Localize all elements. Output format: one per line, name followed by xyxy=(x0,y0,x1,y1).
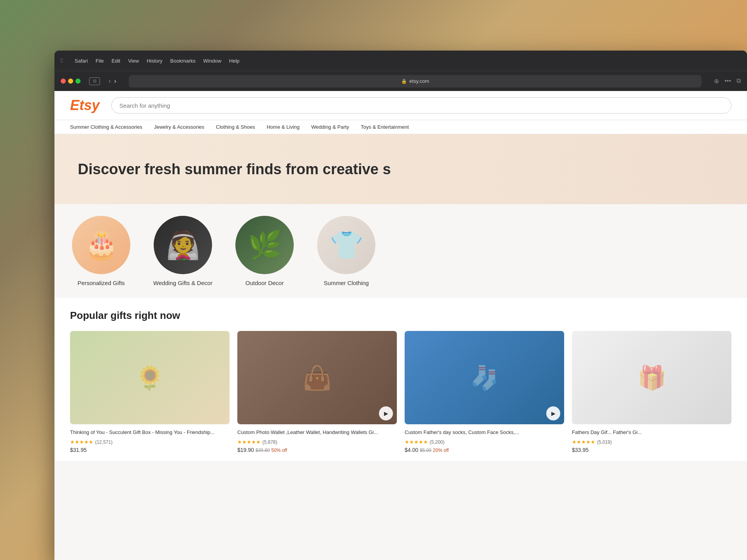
category-personalized-gifts[interactable]: 🎂 Personalized Gifts xyxy=(70,216,132,286)
nav-jewelry[interactable]: Jewelry & Accessories xyxy=(154,124,204,130)
apple-logo-icon:  xyxy=(61,57,63,64)
product-2-decoration: 👜 xyxy=(303,364,332,392)
menu-view[interactable]: View xyxy=(124,56,143,65)
product-3-reviews: (5,200) xyxy=(430,439,444,445)
nav-toys[interactable]: Toys & Entertainment xyxy=(361,124,409,130)
category-wedding-gifts[interactable]: 👰 Wedding Gifts & Decor xyxy=(152,216,214,286)
category-outdoor-image: 🌿 xyxy=(235,216,294,274)
menu-safari[interactable]: Safari xyxy=(71,56,92,65)
browser-content: Etsy Summer Clothing & Accessories Jewel… xyxy=(54,91,747,560)
category-personalized-image: 🎂 xyxy=(72,216,130,274)
product-3-current-price: $4.00 xyxy=(405,447,418,453)
product-1-rating: ★★★★★ (12,571) xyxy=(70,438,230,445)
product-card-4[interactable]: 🎁 Fathers Day Gif... Father's Gi... ★★★★… xyxy=(572,331,731,453)
shield-icon: ⊕ xyxy=(714,77,719,85)
product-2-price: $19.90 $39.80 50% off xyxy=(237,447,397,453)
product-4-reviews: (5,019) xyxy=(597,439,612,445)
etsy-logo[interactable]: Etsy xyxy=(70,97,100,114)
product-1-decoration: 🌻 xyxy=(135,364,165,392)
category-summer-label: Summer Clothing xyxy=(324,280,369,286)
products-grid: 🌻 Thinking of You - Succulent Gift Box -… xyxy=(70,331,731,453)
search-bar[interactable] xyxy=(111,97,731,114)
product-3-decoration: 🧦 xyxy=(470,364,499,392)
menu-window[interactable]: Window xyxy=(200,56,225,65)
address-bar[interactable]: 🔒 etsy.com xyxy=(129,75,701,88)
more-options-icon[interactable]: ••• xyxy=(724,77,731,85)
category-summer-image: 👕 xyxy=(317,216,375,274)
lock-icon: 🔒 xyxy=(401,79,407,84)
product-1-stars: ★★★★★ xyxy=(70,439,93,445)
product-4-rating: ★★★★★ (5,019) xyxy=(572,438,731,445)
product-1-name: Thinking of You - Succulent Gift Box - M… xyxy=(70,429,230,436)
nav-summer-clothing[interactable]: Summer Clothing & Accessories xyxy=(70,124,142,130)
forward-button[interactable]: › xyxy=(114,77,116,85)
nav-wedding-party[interactable]: Wedding & Party xyxy=(311,124,349,130)
etsy-navigation: Summer Clothing & Accessories Jewelry & … xyxy=(54,120,747,134)
category-outdoor-label: Outdoor Decor xyxy=(245,280,284,286)
product-card-1[interactable]: 🌻 Thinking of You - Succulent Gift Box -… xyxy=(70,331,230,453)
product-2-reviews: (5,878) xyxy=(262,439,277,445)
product-2-original-price: $39.80 xyxy=(256,448,270,453)
product-3-original-price: $5.00 xyxy=(420,448,431,453)
product-2-stars: ★★★★★ xyxy=(237,439,261,445)
popular-title: Popular gifts right now xyxy=(70,310,731,322)
play-button-3[interactable]: ▶ xyxy=(546,406,560,420)
category-outdoor-decor[interactable]: 🌿 Outdoor Decor xyxy=(233,216,296,286)
menu-bar: Safari File Edit View History Bookmarks … xyxy=(71,56,244,65)
nav-home-living[interactable]: Home & Living xyxy=(267,124,300,130)
category-wedding-label: Wedding Gifts & Decor xyxy=(153,280,212,286)
minimize-button[interactable] xyxy=(68,79,73,84)
product-4-decoration: 🎁 xyxy=(637,364,666,392)
product-card-2[interactable]: 👜 ▶ Custom Photo Wallet ,Leather Wallet,… xyxy=(237,331,397,453)
safari-toolbar: ⊟ ‹ › 🔒 etsy.com ⊕ ••• ⧉ xyxy=(54,71,747,91)
popular-gifts-section: Popular gifts right now 🌻 Thinking of Yo… xyxy=(54,298,747,461)
category-personalized-label: Personalized Gifts xyxy=(77,280,125,286)
product-3-price: $4.00 $5.00 20% off xyxy=(405,447,564,453)
back-button[interactable]: ‹ xyxy=(109,77,111,85)
menu-help[interactable]: Help xyxy=(225,56,244,65)
toolbar-icons: ⊕ ••• ⧉ xyxy=(714,77,741,85)
product-4-stars: ★★★★★ xyxy=(572,439,595,445)
product-3-rating: ★★★★★ (5,200) xyxy=(405,438,564,445)
hero-text: Discover fresh summer finds from creativ… xyxy=(78,161,724,178)
etsy-header: Etsy xyxy=(54,91,747,120)
product-1-price: $31.95 xyxy=(70,447,230,453)
product-card-3[interactable]: 🧦 ▶ Custom Father's day socks, Custom Fa… xyxy=(405,331,564,453)
product-4-price: $33.95 xyxy=(572,447,731,453)
sidebar-toggle-button[interactable]: ⊟ xyxy=(89,77,100,85)
nav-clothing-shoes[interactable]: Clothing & Shoes xyxy=(216,124,255,130)
hero-banner: Discover fresh summer finds from creativ… xyxy=(54,134,747,204)
fullscreen-button[interactable] xyxy=(75,79,81,84)
product-2-rating: ★★★★★ (5,878) xyxy=(237,438,397,445)
product-image-3: 🧦 ▶ xyxy=(405,331,564,424)
sidebar-icon: ⊟ xyxy=(93,79,96,84)
close-button[interactable] xyxy=(61,79,66,84)
product-4-name: Fathers Day Gif... Father's Gi... xyxy=(572,429,731,436)
product-image-4: 🎁 xyxy=(572,331,731,424)
product-3-stars: ★★★★★ xyxy=(405,439,428,445)
url-text: etsy.com xyxy=(409,78,429,84)
menu-file[interactable]: File xyxy=(92,56,108,65)
category-summer-clothing[interactable]: 👕 Summer Clothing xyxy=(315,216,377,286)
product-4-current-price: $33.95 xyxy=(572,447,589,453)
traffic-lights xyxy=(61,79,81,84)
product-2-name: Custom Photo Wallet ,Leather Wallet, Han… xyxy=(237,429,397,436)
product-3-discount: 20% off xyxy=(433,448,449,453)
product-1-current-price: $31.95 xyxy=(70,447,87,453)
menu-edit[interactable]: Edit xyxy=(108,56,124,65)
search-input[interactable] xyxy=(119,102,723,109)
menu-history[interactable]: History xyxy=(143,56,166,65)
navigation-arrows: ‹ › xyxy=(109,77,116,85)
product-image-2: 👜 ▶ xyxy=(237,331,397,424)
category-wedding-image: 👰 xyxy=(154,216,212,274)
macbook-frame:  Safari File Edit View History Bookmark… xyxy=(54,51,747,560)
product-2-current-price: $19.90 xyxy=(237,447,254,453)
macos-titlebar:  Safari File Edit View History Bookmark… xyxy=(54,51,747,71)
product-1-reviews: (12,571) xyxy=(95,439,112,445)
categories-section: 🎂 Personalized Gifts 👰 Wedding Gifts & D… xyxy=(54,204,747,298)
product-3-name: Custom Father's day socks, Custom Face S… xyxy=(405,429,564,436)
menu-bookmarks[interactable]: Bookmarks xyxy=(167,56,200,65)
tab-overview-icon[interactable]: ⧉ xyxy=(736,77,741,85)
play-button-2[interactable]: ▶ xyxy=(379,406,393,420)
product-2-discount: 50% off xyxy=(271,448,287,453)
